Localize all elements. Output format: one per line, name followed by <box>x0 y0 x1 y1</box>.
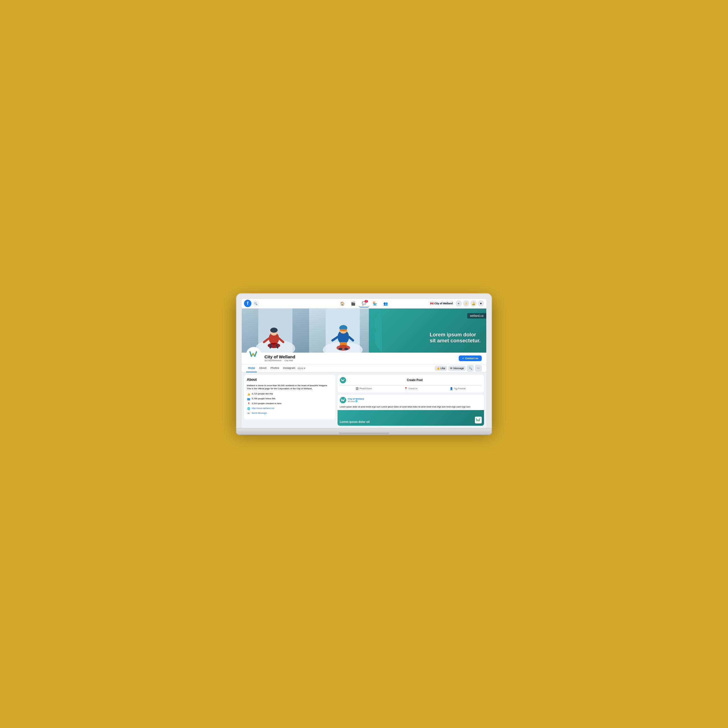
nav-right: 🇨🇦 City of Welland + ⚡ 🔔 ▼ <box>428 300 484 307</box>
pin-icon: 📍 <box>404 387 407 390</box>
cover-website-badge: welland.ca <box>467 313 486 318</box>
nav-watch-button[interactable]: 🎬 <box>348 300 358 307</box>
svg-point-21 <box>344 348 348 350</box>
message-icon: ✉ <box>450 367 453 370</box>
location-icon: 📍 <box>247 402 250 405</box>
laptop-base <box>236 428 492 435</box>
cover-headline-line2: sit amet consectetur. <box>430 338 480 344</box>
about-website-link[interactable]: http://www.welland.ca/ <box>252 407 274 410</box>
profile-name: City of Welland <box>265 354 459 359</box>
about-message-link[interactable]: Send Message <box>252 412 267 414</box>
nav-center: 🏠 🎬 💬 7 🏪 👥 <box>337 300 391 307</box>
check-in-button[interactable]: 📍 Check in <box>404 387 417 390</box>
post-author-avatar <box>340 397 346 403</box>
post-time: 30 mins 🌐 <box>348 400 482 402</box>
svg-line-9 <box>277 345 278 348</box>
create-post-card: Create Post 🖼 Photo/Video 📍 Check in <box>338 375 484 392</box>
about-likes-text: 4,715 people like this <box>252 392 273 395</box>
create-post-title: Create Post <box>348 378 482 382</box>
laptop-wrapper: f 🔍 🏠 🎬 💬 7 🏪 👥 🇨🇦 City of Welland <box>236 293 492 435</box>
left-panel: About Welland is home to more than 56,00… <box>244 375 335 426</box>
search-icon[interactable]: 🔍 <box>252 300 259 307</box>
message-button[interactable]: ✉ Message <box>448 366 466 371</box>
svg-point-4 <box>270 327 278 333</box>
about-website[interactable]: 🌐 http://www.welland.ca/ <box>247 407 332 410</box>
svg-point-19 <box>336 345 350 351</box>
profile-type: City Hall <box>284 359 293 362</box>
facebook-logo-icon[interactable]: f <box>244 300 251 307</box>
tag-label: Tag Friends <box>454 387 466 390</box>
page-switcher-button[interactable]: 🇨🇦 City of Welland <box>428 301 454 306</box>
post-card: City of Welland 30 mins 🌐 Lorem ipsum do… <box>338 395 484 426</box>
about-card: About Welland is home to more than 56,00… <box>244 375 335 419</box>
right-panel: Create Post 🖼 Photo/Video 📍 Check in <box>338 375 484 426</box>
globe-icon: 🌐 <box>247 407 250 410</box>
cover-photo: welland.ca Lorem ipsum dolor sit amet co… <box>242 309 486 353</box>
about-likes: 👍 4,715 people like this <box>247 392 332 396</box>
profile-subtext: @CityOfWelland · City Hall <box>265 359 459 362</box>
tab-instagram[interactable]: Instagram <box>281 364 297 372</box>
facebook-navbar: f 🔍 🏠 🎬 💬 7 🏪 👥 🇨🇦 City of Welland <box>242 299 486 309</box>
photo-video-button[interactable]: 🖼 Photo/Video <box>356 387 372 390</box>
thumbs-up-icon: 👍 <box>247 392 250 396</box>
post-meta: City of Welland 30 mins 🌐 <box>348 398 482 402</box>
profile-info: City of Welland @CityOfWelland · City Ha… <box>265 353 459 362</box>
account-menu-button[interactable]: ▼ <box>478 300 484 307</box>
create-post-header: Create Post <box>340 377 482 383</box>
page-name-label: City of Welland <box>434 302 453 305</box>
more-options-button[interactable]: ··· <box>475 365 482 372</box>
tag-icon: 👤 <box>450 387 453 390</box>
svg-line-8 <box>270 345 271 348</box>
about-send-message[interactable]: ✉ Send Message <box>247 412 332 415</box>
main-content: About Welland is home to more than 56,00… <box>242 373 486 428</box>
photo-label: Photo/Video <box>359 387 372 390</box>
profile-section: City of Welland @CityOfWelland · City Ha… <box>242 353 486 364</box>
laptop-bezel: f 🔍 🏠 🎬 💬 7 🏪 👥 🇨🇦 City of Welland <box>236 293 492 429</box>
thumbs-up-icon: 👍 <box>436 367 440 370</box>
about-description: Welland is home to more than 56,000 resi… <box>247 384 332 390</box>
about-follows-text: 5,766 people follow this <box>252 397 275 400</box>
contact-us-button[interactable]: ✓ Contact us <box>459 355 482 361</box>
tab-photos[interactable]: Photos <box>269 364 281 372</box>
nav-home-button[interactable]: 🏠 <box>337 300 347 307</box>
tab-more[interactable]: More ▾ <box>298 367 306 370</box>
chevron-down-icon: ▾ <box>304 367 306 370</box>
welland-logo <box>248 348 260 360</box>
tab-about[interactable]: About <box>257 364 268 372</box>
nav-messenger-button[interactable]: 💬 7 <box>359 300 369 307</box>
nav-friends-button[interactable]: 👥 <box>381 300 391 307</box>
post-author-name[interactable]: City of Welland <box>348 398 482 400</box>
about-follows: 👥 5,766 people follow this <box>247 397 332 401</box>
like-button[interactable]: 👍 Like <box>434 366 447 371</box>
about-checkins-text: 3,510 people checked in here <box>252 402 281 405</box>
cover-headline-line1: Lorem ipsum dolor <box>430 332 480 338</box>
cover-headline: Lorem ipsum dolor sit amet consectetur. <box>430 332 480 344</box>
add-button[interactable]: + <box>456 300 462 307</box>
svg-point-7 <box>268 343 280 348</box>
nav-marketplace-button[interactable]: 🏪 <box>370 300 380 307</box>
message-label: Message <box>453 367 464 370</box>
tab-actions: 👍 Like ✉ Message 🔍 ··· <box>434 365 482 372</box>
profile-avatar-wrapper <box>246 347 261 362</box>
about-checkins: 📍 3,510 people checked in here <box>247 402 332 405</box>
profile-avatar <box>246 347 261 362</box>
notifications-button[interactable]: 🔔 <box>470 300 477 307</box>
like-label: Like <box>440 367 445 370</box>
people-icon: 👥 <box>247 397 250 401</box>
about-title: About <box>247 378 332 382</box>
cover-image-left <box>242 309 309 353</box>
messenger-badge: 7 <box>365 300 368 303</box>
create-post-avatar <box>340 377 346 383</box>
post-image: Lorem ipsum dolor sit <box>338 410 484 426</box>
profile-actions: ✓ Contact us <box>459 353 482 361</box>
search-page-button[interactable]: 🔍 <box>467 365 474 372</box>
mail-icon: ✉ <box>247 412 250 415</box>
flag-icon: 🇨🇦 <box>430 302 433 305</box>
tab-home[interactable]: Home <box>246 364 257 372</box>
post-action-bar: 🖼 Photo/Video 📍 Check in 👤 Tag Friends <box>340 385 482 390</box>
tag-friends-button[interactable]: 👤 Tag Friends <box>450 387 466 390</box>
messenger-quick-button[interactable]: ⚡ <box>463 300 469 307</box>
tab-more-label: More <box>298 367 304 370</box>
svg-point-20 <box>338 348 343 350</box>
post-time-text: 30 mins <box>348 401 355 402</box>
